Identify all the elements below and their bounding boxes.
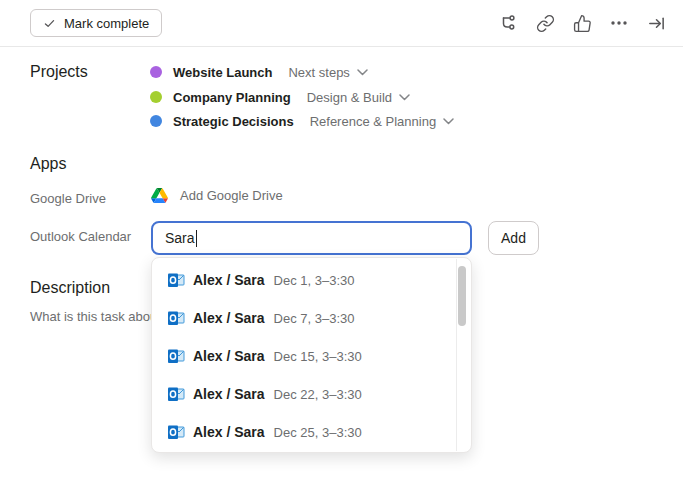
project-section-dropdown[interactable]: Next steps	[288, 65, 367, 80]
outlook-icon	[168, 387, 185, 402]
outlook-calendar-field-label: Outlook Calendar	[30, 229, 131, 244]
outlook-icon	[168, 349, 185, 364]
event-option[interactable]: Alex / Sara Dec 7, 3–3:30	[152, 299, 471, 337]
event-option[interactable]: Alex / Sara Dec 22, 3–3:30	[152, 375, 471, 413]
project-section-label: Design & Build	[307, 90, 392, 105]
event-title: Alex / Sara	[193, 348, 265, 364]
project-row: Company Planning Design & Build	[150, 86, 410, 108]
project-row: Website Launch Next steps	[150, 61, 368, 83]
chevron-down-icon	[357, 69, 368, 76]
chevron-down-icon	[443, 118, 454, 125]
outlook-icon	[168, 311, 185, 326]
apps-label: Apps	[30, 155, 66, 173]
event-time: Dec 15, 3–3:30	[274, 349, 362, 364]
project-name[interactable]: Company Planning	[173, 90, 291, 105]
add-event-button[interactable]: Add	[488, 221, 539, 255]
more-options-icon[interactable]	[608, 12, 630, 34]
event-time: Dec 1, 3–3:30	[274, 273, 355, 288]
task-toolbar: Mark complete	[0, 0, 683, 47]
projects-label: Projects	[30, 63, 88, 81]
subtasks-icon[interactable]	[497, 12, 519, 34]
outlook-icon	[168, 273, 185, 288]
text-caret	[196, 230, 198, 247]
add-google-drive-label: Add Google Drive	[180, 188, 283, 203]
mark-complete-button[interactable]: Mark complete	[30, 9, 162, 37]
outlook-event-dropdown: Alex / Sara Dec 1, 3–3:30 Alex / Sara De…	[151, 257, 472, 453]
event-time: Dec 22, 3–3:30	[274, 387, 362, 402]
project-color-dot	[150, 66, 162, 78]
project-name[interactable]: Strategic Decisions	[173, 114, 294, 129]
project-color-dot	[150, 91, 162, 103]
project-section-label: Reference & Planning	[310, 114, 436, 129]
project-section-dropdown[interactable]: Reference & Planning	[310, 114, 454, 129]
project-section-dropdown[interactable]: Design & Build	[307, 90, 410, 105]
event-option[interactable]: Alex / Sara Dec 25, 3–3:30	[152, 413, 471, 451]
thumbs-up-icon[interactable]	[571, 12, 593, 34]
event-option[interactable]: Alex / Sara Dec 1, 3–3:30	[152, 261, 471, 299]
toolbar-icon-group	[497, 12, 667, 34]
event-title: Alex / Sara	[193, 424, 265, 440]
google-drive-icon	[151, 188, 168, 203]
input-value: Sara	[165, 230, 195, 246]
scrollbar-track	[456, 259, 457, 451]
event-time: Dec 7, 3–3:30	[274, 311, 355, 326]
project-row: Strategic Decisions Reference & Planning	[150, 110, 454, 132]
check-icon	[43, 17, 56, 30]
project-name[interactable]: Website Launch	[173, 65, 272, 80]
project-color-dot	[150, 115, 162, 127]
google-drive-field-label: Google Drive	[30, 191, 106, 206]
event-time: Dec 25, 3–3:30	[274, 425, 362, 440]
event-title: Alex / Sara	[193, 272, 265, 288]
description-label: Description	[30, 279, 110, 297]
chevron-down-icon	[399, 94, 410, 101]
copy-link-icon[interactable]	[534, 12, 556, 34]
scrollbar-thumb[interactable]	[458, 266, 466, 326]
event-title: Alex / Sara	[193, 310, 265, 326]
event-title: Alex / Sara	[193, 386, 265, 402]
add-google-drive-button[interactable]: Add Google Drive	[151, 188, 283, 203]
project-section-label: Next steps	[288, 65, 349, 80]
event-option[interactable]: Alex / Sara Dec 15, 3–3:30	[152, 337, 471, 375]
outlook-event-search-input[interactable]: Sara	[151, 221, 472, 255]
task-detail-pane: Mark complete	[0, 0, 683, 503]
mark-complete-label: Mark complete	[64, 16, 149, 31]
description-placeholder[interactable]: What is this task about?	[30, 309, 168, 324]
collapse-pane-icon[interactable]	[645, 12, 667, 34]
outlook-icon	[168, 425, 185, 440]
